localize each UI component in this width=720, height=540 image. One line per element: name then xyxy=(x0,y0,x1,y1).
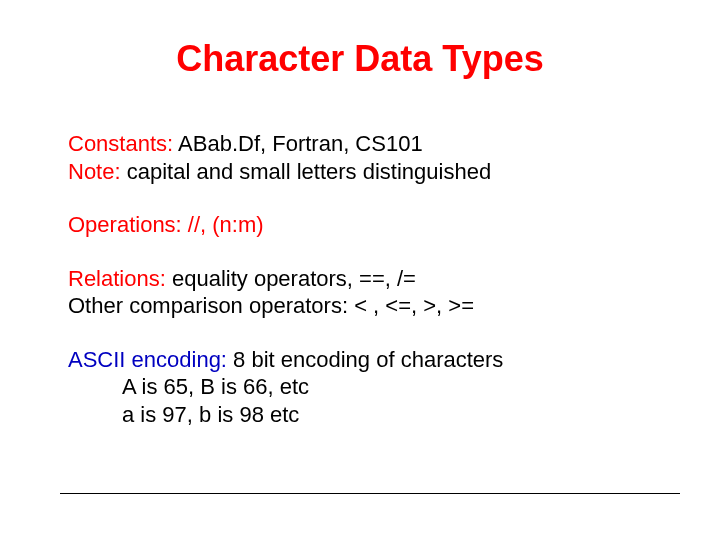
relations-line: Relations: equality operators, ==, /= xyxy=(68,265,660,293)
constants-line: Constants: ABab.Df, Fortran, CS101 xyxy=(68,130,660,158)
ascii-line: ASCII encoding: 8 bit encoding of charac… xyxy=(68,346,660,374)
footer-rule xyxy=(60,493,680,494)
operations-label: Operations: xyxy=(68,212,182,237)
ascii-text: 8 bit encoding of characters xyxy=(227,347,503,372)
constants-label: Constants: xyxy=(68,131,173,156)
ascii-lower: a is 97, b is 98 etc xyxy=(68,401,660,429)
relations-other: Other comparison operators: < , <=, >, >… xyxy=(68,292,660,320)
note-line: Note: capital and small letters distingu… xyxy=(68,158,660,186)
note-text: capital and small letters distinguished xyxy=(121,159,492,184)
ascii-upper: A is 65, B is 66, etc xyxy=(68,373,660,401)
ascii-block: ASCII encoding: 8 bit encoding of charac… xyxy=(68,346,660,429)
slide-body: Constants: ABab.Df, Fortran, CS101 Note:… xyxy=(68,130,660,454)
operations-block: Operations: //, (n:m) xyxy=(68,211,660,239)
relations-text: equality operators, ==, /= xyxy=(166,266,416,291)
slide: Character Data Types Constants: ABab.Df,… xyxy=(0,0,720,540)
constants-values: ABab.Df, Fortran, CS101 xyxy=(173,131,422,156)
relations-label: Relations: xyxy=(68,266,166,291)
note-label: Note: xyxy=(68,159,121,184)
constants-block: Constants: ABab.Df, Fortran, CS101 Note:… xyxy=(68,130,660,185)
operations-ops: //, (n:m) xyxy=(182,212,264,237)
relations-block: Relations: equality operators, ==, /= Ot… xyxy=(68,265,660,320)
slide-title: Character Data Types xyxy=(0,38,720,80)
ascii-label: ASCII encoding: xyxy=(68,347,227,372)
